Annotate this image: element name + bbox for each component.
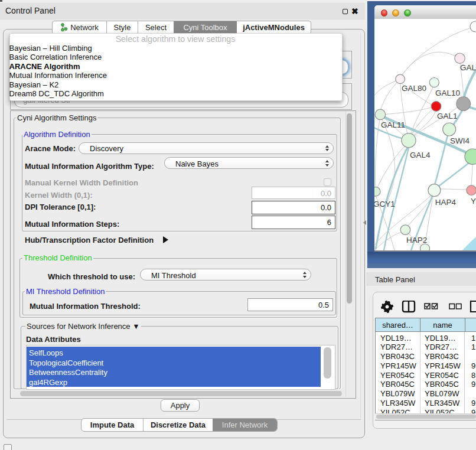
svg-text:HAP4: HAP4 xyxy=(435,198,457,207)
svg-text:GAL80: GAL80 xyxy=(402,84,426,93)
svg-text:GAL11: GAL11 xyxy=(381,120,405,129)
svg-text:SWI4: SWI4 xyxy=(450,136,470,145)
svg-text:GCY1: GCY1 xyxy=(374,200,395,208)
svg-text:GAL1: GAL1 xyxy=(437,112,458,120)
svg-text:GAL4: GAL4 xyxy=(410,151,431,159)
svg-text:HAP2: HAP2 xyxy=(406,236,427,244)
svg-text:Y: Y xyxy=(471,197,476,206)
svg-text:GAL10: GAL10 xyxy=(435,89,460,97)
svg-text:GAL: GAL xyxy=(460,63,476,72)
